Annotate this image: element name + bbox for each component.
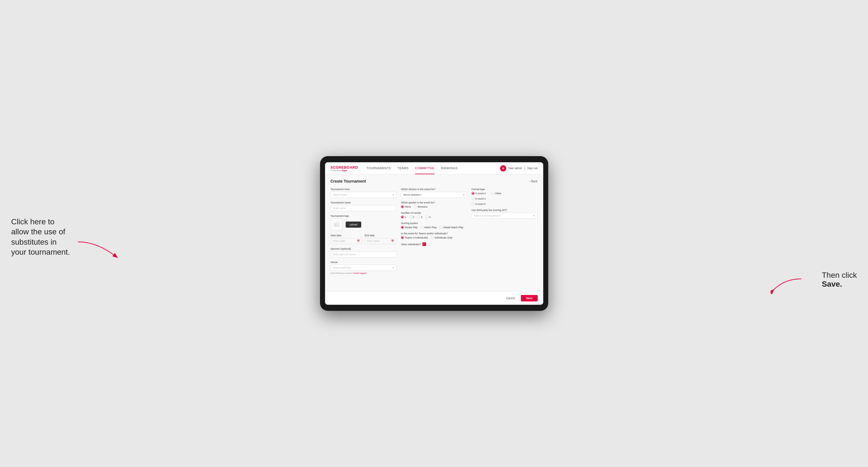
event-type-radio-group: Teams (+Individuals) Individuals Only — [401, 236, 467, 239]
venue-input[interactable]: Search golf club ▾ — [331, 265, 397, 271]
rounds-4[interactable]: 4 — [425, 215, 431, 218]
end-date-input[interactable]: Pick a date 📅 — [365, 238, 397, 244]
tournament-host-input[interactable]: Search team ▾ — [331, 192, 397, 198]
nav-item-committee[interactable]: COMMITTEE — [415, 162, 434, 174]
upload-button[interactable]: Upload — [346, 221, 362, 228]
rounds-3-radio[interactable] — [417, 215, 420, 218]
tournament-host-placeholder: Search team — [333, 193, 347, 196]
annotation-left-arrow — [75, 239, 120, 261]
format-other-label: Other — [495, 192, 501, 195]
rounds-1[interactable]: 1 — [401, 215, 406, 218]
rounds-3-label: 3 — [421, 216, 423, 218]
chevron-down-icon: ▾ — [393, 193, 394, 196]
svg-rect-1 — [335, 223, 339, 226]
sponsor-label: Sponsor (optional) — [331, 247, 397, 250]
event-type-individuals[interactable]: Individuals Only — [431, 236, 453, 239]
gender-womens-label: Womens — [418, 206, 428, 208]
allow-substitutes-checkbox[interactable]: ✓ — [423, 242, 426, 246]
rounds-1-label: 1 — [405, 216, 406, 218]
logo-placeholder — [331, 218, 343, 231]
email-support-link[interactable]: email support — [353, 272, 367, 274]
division-field: Which division is the event for? NCAA Di… — [401, 188, 467, 198]
format-options: 5 count 4 Other — [471, 192, 537, 206]
form-grid: Tournament Host Search team ▾ Tournament… — [331, 188, 538, 278]
end-date-field: End date Pick a date 📅 — [365, 234, 397, 244]
nav-item-rankings[interactable]: RANKINGS — [441, 162, 458, 174]
division-input[interactable]: NCAA Division I ▾ — [401, 192, 467, 198]
scoring-medal[interactable]: Medal Match Play — [439, 226, 463, 229]
main-content: Create Tournament ‹ Back Tournament Host… — [325, 175, 543, 291]
sponsor-input[interactable]: Enter sponsor name — [331, 251, 397, 257]
venue-field: Venue Search golf club ▾ Can't find your… — [331, 261, 397, 274]
form-col3: Format type 5 count 4 Other — [471, 188, 537, 278]
start-date-input[interactable]: Pick a date 📅 — [331, 238, 363, 244]
format-6count5[interactable]: 6 count 5 — [471, 202, 486, 206]
scoring-match-label: Match Play — [425, 226, 437, 229]
tournament-name-label: Tournament name — [331, 201, 397, 204]
event-type-individuals-radio[interactable] — [431, 236, 434, 239]
rounds-2[interactable]: 2 — [409, 215, 414, 218]
gender-mens-radio[interactable] — [401, 205, 404, 208]
event-type-teams[interactable]: Teams (+Individuals) — [401, 236, 428, 239]
scoring-api-select[interactable]: Select a scoring service ▾ — [471, 213, 537, 219]
scoring-label: Scoring system — [401, 222, 467, 225]
event-type-teams-radio[interactable] — [401, 236, 404, 239]
tablet-device: SCOREBOARD Powered by clippd TOURNAMENTS… — [320, 156, 548, 311]
format-6count4[interactable]: 6 count 4 — [471, 197, 486, 200]
gender-mens[interactable]: Mens — [401, 205, 411, 208]
format-type-label: Format type — [471, 188, 537, 191]
scoring-medal-radio[interactable] — [439, 226, 442, 229]
chevron-down-icon-api: ▾ — [533, 214, 535, 217]
format-row-3: 6 count 5 — [471, 202, 537, 206]
nav-item-teams[interactable]: TEAMS — [397, 162, 408, 174]
format-5count4-radio[interactable] — [471, 192, 474, 195]
sign-out-link[interactable]: Sign out — [527, 167, 538, 170]
image-icon — [334, 222, 340, 227]
rounds-label: Number of rounds — [401, 212, 467, 214]
rounds-4-label: 4 — [429, 216, 431, 218]
format-type-field: Format type 5 count 4 Other — [471, 188, 537, 206]
user-name: blair admin — [508, 167, 522, 170]
gender-radio-group: Mens Womens — [401, 205, 467, 208]
format-other-radio[interactable] — [491, 192, 494, 195]
division-label: Which division is the event for? — [401, 188, 467, 191]
nav-item-tournaments[interactable]: TOURNAMENTS — [366, 162, 391, 174]
format-5count4[interactable]: 5 count 4 — [471, 192, 486, 195]
format-row-2: 6 count 4 — [471, 197, 537, 200]
scoring-stroke-label: Stroke Play — [405, 226, 418, 229]
form-col2: Which division is the event for? NCAA Di… — [401, 188, 467, 278]
scoring-match-radio[interactable] — [421, 226, 424, 229]
tournament-host-field: Tournament Host Search team ▾ — [331, 188, 397, 198]
rounds-4-radio[interactable] — [425, 215, 428, 218]
annotation-right: Then click Save. — [822, 271, 857, 289]
rounds-3[interactable]: 3 — [417, 215, 423, 218]
venue-hint: Can't find your venue? email support — [331, 272, 397, 274]
rounds-radio-group: 1 2 3 — [401, 215, 467, 218]
gender-field: Which gender is the event for? Mens Wome… — [401, 201, 467, 208]
tablet-screen: SCOREBOARD Powered by clippd TOURNAMENTS… — [325, 162, 543, 305]
tournament-name-input[interactable]: Enter name — [331, 205, 397, 211]
cancel-button[interactable]: Cancel — [503, 295, 518, 302]
gender-label: Which gender is the event for? — [401, 201, 467, 204]
gender-womens-radio[interactable] — [414, 205, 417, 208]
save-button[interactable]: Save — [521, 295, 537, 302]
gender-womens[interactable]: Womens — [414, 205, 428, 208]
scoring-stroke[interactable]: Stroke Play — [401, 226, 418, 229]
nav-items: TOURNAMENTS TEAMS COMMITTEE RANKINGS — [366, 162, 500, 174]
venue-label: Venue — [331, 261, 397, 263]
rounds-1-radio[interactable] — [401, 215, 404, 218]
scoring-radio-group: Stroke Play Match Play Medal Match Play — [401, 226, 467, 229]
scoring-stroke-radio[interactable] — [401, 226, 404, 229]
rounds-2-radio[interactable] — [409, 215, 412, 218]
start-date-field: Start date Pick a date 📅 — [331, 234, 363, 244]
format-6count4-radio[interactable] — [471, 197, 474, 200]
format-other[interactable]: Other — [491, 192, 501, 195]
logo-upload-area: Upload — [331, 218, 397, 231]
format-6count5-radio[interactable] — [471, 202, 474, 206]
rounds-field: Number of rounds 1 2 — [401, 212, 467, 218]
calendar-icon-2: 📅 — [391, 240, 394, 242]
back-button[interactable]: ‹ Back — [530, 180, 537, 183]
format-6count4-label: 6 count 4 — [475, 197, 486, 200]
gender-mens-label: Mens — [405, 206, 411, 208]
scoring-match[interactable]: Match Play — [421, 226, 437, 229]
